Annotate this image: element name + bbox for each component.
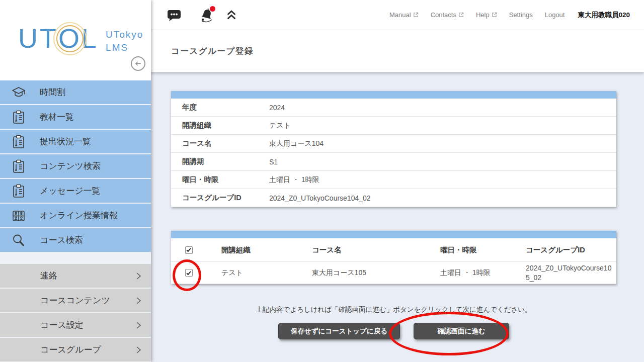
main-area: Manual Contacts Help Se [151, 0, 644, 362]
info-row-year: 年度 2024 [171, 99, 616, 117]
logo-text: UTOL [18, 24, 99, 53]
collapse-up-icon[interactable] [225, 9, 237, 21]
course-select-table: 開講組織 コース名 曜日・時限 コースグループID テスト 東大用コース105 … [171, 231, 616, 284]
external-link-icon [492, 12, 497, 18]
sidebar-group-divider [0, 253, 151, 264]
content-area: 年度 2024 開講組織 テスト コース名 東大用コース104 開講期 S1 曜… [151, 72, 644, 362]
cell-course-name: 東大用コース105 [297, 268, 425, 278]
page-title: コースグループ登録 [171, 46, 254, 57]
button-row: 保存せずにコーストップに戻る 確認画面に進む [171, 323, 616, 339]
column-header-course-name: コース名 [297, 245, 425, 255]
column-header-organization: 開講組織 [206, 245, 297, 255]
sidebar: UTOL UTokyo LMS 時間割 [0, 0, 151, 362]
info-row-day-period: 曜日・時限 土曜日 ・ 1時限 [171, 171, 616, 189]
topbar: Manual Contacts Help Se [151, 0, 644, 30]
column-header-day-period: 曜日・時限 [425, 245, 511, 255]
mortarboard-icon [11, 85, 26, 100]
column-header-course-group-id: コースグループID [511, 245, 616, 255]
info-row-course-group-id: コースグループID 2024_Z0_UTokyoCourse104_02 [171, 189, 616, 207]
confirmation-notice: 上記内容でよろしければ「確認画面に進む」ボタンをクリックして次に進んでください。 [171, 305, 616, 314]
clipboard-icon [11, 134, 26, 149]
online-class-icon [11, 208, 26, 223]
collapse-sidebar-button[interactable] [131, 56, 145, 71]
sidebar-item-course-group[interactable]: コースグループ [0, 338, 151, 361]
chat-icon[interactable] [167, 9, 181, 22]
external-link-icon [413, 12, 419, 18]
sidebar-item-online-class-info[interactable]: オンライン授業情報 [0, 204, 151, 227]
sidebar-item-message-list[interactable]: メッセージ一覧 [0, 179, 151, 203]
table-row: テスト 東大用コース105 土曜日 ・ 1時限 2024_Z0_UTokyoCo… [171, 262, 616, 284]
sidebar-item-course-contents[interactable]: コースコンテンツ [0, 289, 151, 312]
title-bar: コースグループ登録 [151, 30, 644, 72]
chevron-right-icon [135, 321, 142, 329]
clipboard-icon [11, 110, 26, 125]
cell-course-group-id: 2024_Z0_UTokyoCourse105_02 [511, 263, 616, 283]
manual-link[interactable]: Manual [389, 11, 419, 19]
row-checkbox[interactable] [185, 269, 193, 277]
info-row-course-name: コース名 東大用コース104 [171, 135, 616, 153]
proceed-to-confirm-button[interactable]: 確認画面に進む [414, 323, 509, 339]
username[interactable]: 東大用教職員020 [578, 11, 630, 20]
sidebar-item-timetable[interactable]: 時間割 [0, 80, 151, 104]
utol-logo[interactable]: UTOL UTokyo LMS [18, 24, 143, 54]
back-to-course-top-button[interactable]: 保存せずにコーストップに戻る [278, 323, 400, 339]
info-row-organization: 開講組織 テスト [171, 117, 616, 135]
back-arrow-icon [134, 59, 142, 68]
cell-organization: テスト [206, 268, 297, 278]
settings-link[interactable]: Settings [509, 11, 533, 19]
sidebar-item-course-search[interactable]: コース検索 [0, 228, 151, 252]
notification-dot [210, 6, 215, 12]
logo-subtitle: UTokyo LMS [106, 28, 143, 54]
sidebar-item-materials[interactable]: 教材一覧 [0, 105, 151, 129]
chevron-right-icon [135, 297, 142, 305]
search-icon [11, 233, 26, 248]
table-accent-bar [171, 231, 616, 238]
sidebar-item-contact[interactable]: 連絡 [0, 264, 151, 288]
select-all-checkbox[interactable] [185, 246, 193, 254]
sidebar-item-content-search[interactable]: コンテンツ検索 [0, 154, 151, 178]
bell-icon[interactable] [199, 8, 214, 23]
select-table-header: 開講組織 コース名 曜日・時限 コースグループID [171, 238, 616, 262]
clipboard-icon [11, 159, 26, 174]
logo-area: UTOL UTokyo LMS [0, 0, 151, 80]
info-row-term: 開講期 S1 [171, 153, 616, 171]
clipboard-icon [11, 184, 26, 199]
help-link[interactable]: Help [476, 11, 497, 19]
sidebar-item-course-settings[interactable]: コース設定 [0, 313, 151, 337]
external-link-icon [458, 12, 464, 18]
sidebar-item-submission-status[interactable]: 提出状況一覧 [0, 130, 151, 153]
chevron-right-icon [135, 272, 142, 280]
cell-day-period: 土曜日 ・ 1時限 [425, 268, 511, 278]
logo-ring-o: O [58, 24, 82, 53]
chevron-right-icon [135, 346, 142, 354]
table-accent-bar [171, 91, 616, 99]
logout-link[interactable]: Logout [545, 11, 565, 19]
course-info-table: 年度 2024 開講組織 テスト コース名 東大用コース104 開講期 S1 曜… [171, 91, 616, 207]
contacts-link[interactable]: Contacts [431, 11, 464, 19]
